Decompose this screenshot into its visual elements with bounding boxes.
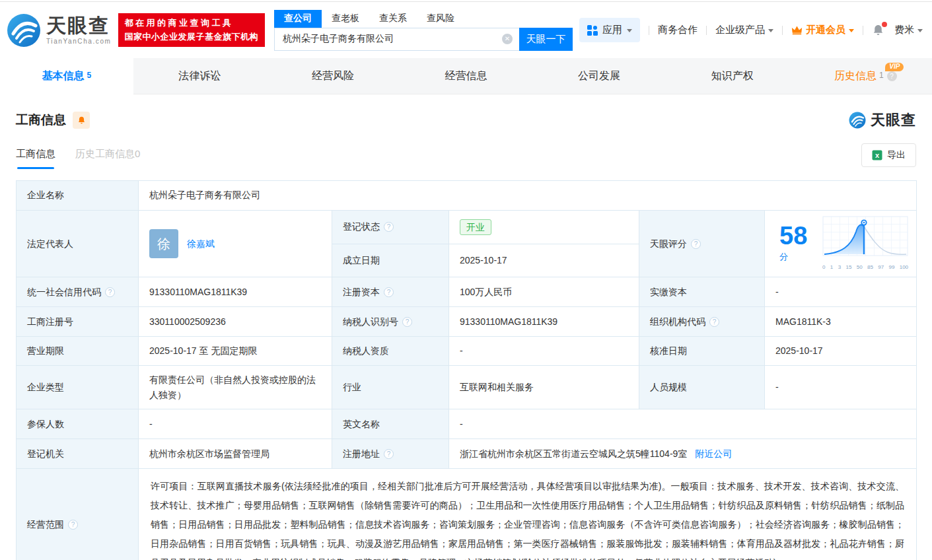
score-value: 58分: [779, 223, 814, 264]
company-type-label: 企业类型: [17, 366, 139, 409]
industry-value: 互联网和相关服务: [449, 366, 639, 409]
export-label: 导出: [887, 149, 906, 161]
industry-label: 行业: [332, 366, 449, 409]
reg-capital-label: 注册资本: [332, 277, 449, 307]
company-name-label: 企业名称: [17, 181, 139, 211]
score-curve: [822, 216, 908, 257]
subtab-history-business-info[interactable]: 历史工商信息0: [75, 148, 140, 169]
search-tab-boss[interactable]: 查老板: [322, 10, 369, 28]
enterprise-label: 企业级产品: [715, 24, 765, 36]
watermark-brand-name: 天眼查: [871, 110, 916, 130]
legal-rep-link[interactable]: 徐嘉斌: [187, 236, 215, 252]
divider: [649, 26, 649, 35]
section-title: 工商信息: [16, 112, 66, 129]
nav-enterprise-products[interactable]: 企业级产品: [715, 24, 773, 36]
notification-dot: [882, 22, 887, 27]
tianyancha-logo-icon: [849, 112, 866, 129]
search-tab-risk[interactable]: 查风险: [417, 10, 464, 28]
nav-open-vip[interactable]: 开通会员: [791, 24, 854, 36]
divider: [782, 26, 783, 35]
nav-business-cooperation[interactable]: 商务合作: [658, 24, 698, 36]
org-code-value: MAG1811K-3: [765, 307, 917, 337]
table-row: 登记机关 杭州市余杭区市场监督管理局 注册地址 浙江省杭州市余杭区五常街道云空城…: [17, 439, 917, 469]
registry-label: 登记机关: [17, 439, 139, 469]
clear-icon[interactable]: [502, 34, 513, 44]
approval-date-value: 2025-10-17: [765, 337, 917, 366]
table-row: 法定代表人 徐 徐嘉斌 登记状态 开业 天眼评分 58分: [17, 211, 917, 244]
search-tabs: 查公司 查老板 查关系 查风险: [274, 10, 573, 28]
avatar: 徐: [149, 229, 178, 258]
question-icon[interactable]: [887, 71, 897, 81]
address-value: 浙江省杭州市余杭区五常街道云空城风之筑5幢1104-9室 附近公司: [449, 439, 917, 469]
reg-no-label: 工商注册号: [17, 307, 139, 337]
help-icon[interactable]: [402, 317, 412, 327]
insured-label: 参保人数: [17, 409, 139, 439]
username: 费米: [894, 24, 914, 36]
tab-operating-info[interactable]: 经营信息: [400, 58, 533, 94]
help-icon[interactable]: [384, 222, 394, 232]
paid-capital-value: -: [765, 277, 917, 307]
search-button[interactable]: 天眼一下: [519, 28, 573, 51]
help-icon[interactable]: [384, 287, 394, 297]
slogan-badge: 都在用的商业查询工具 国家中小企业发展子基金旗下机构: [118, 13, 266, 46]
divider: [706, 26, 707, 35]
user-menu[interactable]: 费米: [894, 24, 923, 36]
table-row: 企业类型 有限责任公司（非自然人投资或控股的法人独资） 行业 互联网和相关服务 …: [17, 366, 917, 409]
grid-icon: [587, 25, 598, 36]
english-name-value: -: [449, 409, 917, 439]
subsection-tabs: 工商信息 历史工商信息0 x 导出: [16, 143, 916, 174]
tab-intellectual-property[interactable]: 知识产权: [666, 58, 799, 94]
table-row: 统一社会信用代码 91330110MAG1811K39 注册资本 100万人民币…: [17, 277, 917, 307]
help-icon[interactable]: [384, 449, 394, 459]
insured-value: -: [139, 409, 332, 439]
brand-domain: TianYanCha.com: [46, 38, 112, 45]
table-row: 工商注册号 330110002509236 纳税人识别号 91330110MAG…: [17, 307, 917, 337]
business-info-table: 企业名称 杭州朵子电子商务有限公司 法定代表人 徐 徐嘉斌 登记状态 开业 天眼…: [16, 180, 917, 560]
chevron-down-icon: [627, 29, 632, 32]
table-row: 企业名称 杭州朵子电子商务有限公司: [17, 181, 917, 211]
search-tab-relation[interactable]: 查关系: [369, 10, 417, 28]
help-icon[interactable]: [709, 317, 719, 327]
vip-label: 开通会员: [806, 24, 845, 36]
tab-basic-info[interactable]: 基本信息 5: [0, 58, 133, 94]
svg-text:x: x: [875, 151, 880, 159]
apps-menu[interactable]: 应用: [579, 18, 640, 42]
slogan-line1: 都在用的商业查询工具: [125, 17, 259, 30]
tab-operating-risk[interactable]: 经营风险: [266, 58, 400, 94]
table-row: 经营范围 许可项目：互联网直播技术服务(依法须经批准的项目，经相关部门批准后方可…: [17, 469, 917, 560]
company-type-value: 有限责任公司（非自然人投资或控股的法人独资）: [139, 366, 332, 409]
score-label: 天眼评分: [639, 211, 765, 277]
site-logo[interactable]: 天眼查 TianYanCha.com: [7, 13, 112, 48]
staff-size-value: -: [765, 366, 917, 409]
approval-date-label: 核准日期: [639, 337, 765, 366]
notification-bell[interactable]: [872, 24, 884, 36]
help-icon[interactable]: [691, 239, 701, 249]
watermark-logo: 天眼查: [849, 110, 916, 130]
reg-status-value: 开业: [449, 211, 639, 244]
table-row: 参保人数 - 英文名称 -: [17, 409, 917, 439]
taxpayer-quality-value: -: [449, 337, 639, 366]
help-icon[interactable]: [105, 287, 115, 297]
legal-rep-cell: 徐 徐嘉斌: [139, 211, 332, 277]
export-button[interactable]: x 导出: [861, 143, 916, 167]
tab-company-development[interactable]: 公司发展: [532, 58, 666, 94]
nearby-companies-link[interactable]: 附近公司: [695, 448, 732, 459]
search-input[interactable]: [274, 28, 519, 51]
business-scope-label: 经营范围: [17, 469, 139, 560]
tab-history-info[interactable]: VIP 历史信息 1: [799, 58, 932, 94]
score-cell: 58分: [765, 211, 917, 277]
paid-capital-label: 实缴资本: [639, 277, 765, 307]
chevron-down-icon: [917, 29, 923, 32]
tab-legal-proceedings[interactable]: 法律诉讼: [133, 58, 267, 94]
chevron-down-icon: [849, 29, 854, 32]
help-icon[interactable]: [68, 520, 78, 530]
search-module: 查公司 查老板 查关系 查风险 天眼一下: [274, 10, 573, 51]
subscribe-bell-button[interactable]: [73, 112, 90, 129]
bell-icon: [77, 116, 86, 125]
main-content: 工商信息 天眼查 工商信息 历史工商信息0 x 导出: [0, 110, 932, 560]
subtab-business-info[interactable]: 工商信息: [16, 148, 55, 169]
search-tab-company[interactable]: 查公司: [274, 10, 322, 28]
score-distribution-chart: 0131550859799100: [822, 216, 908, 271]
legal-rep-label: 法定代表人: [17, 211, 139, 277]
chevron-down-icon: [768, 29, 773, 32]
